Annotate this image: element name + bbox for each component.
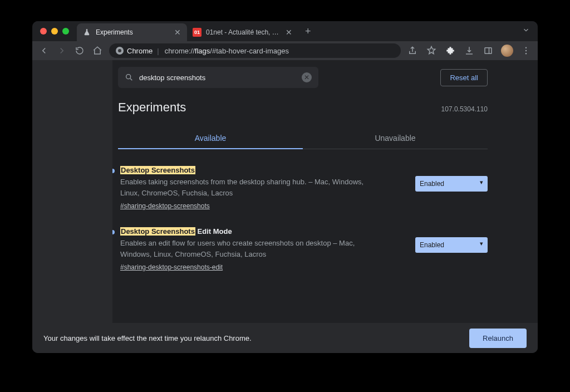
flag-description: Enables taking screenshots from the desk… [120,177,382,198]
relaunch-button[interactable]: Relaunch [469,329,527,348]
flag-description: Enables an edit flow for users who creat… [120,238,382,259]
flag-title: Desktop Screenshots [120,166,410,174]
close-window-button[interactable] [40,28,47,35]
page-content: ✕ Reset all Experiments 107.0.5304.110 A… [32,60,538,353]
favicon-01net: 01 [193,28,202,37]
relaunch-bar: Your changes will take effect the next t… [32,323,538,353]
tabstrip: Experiments ✕ 01 01net - Actualité tech,… [32,21,538,41]
svg-rect-0 [485,48,492,54]
search-icon [125,73,134,82]
downloads-icon[interactable] [463,45,475,57]
search-input[interactable] [139,74,296,82]
window-controls [32,28,77,35]
maximize-window-button[interactable] [62,28,69,35]
svg-point-1 [525,47,527,48]
chrome-icon [116,47,124,55]
tab-title: 01net - Actualité tech, tests pr [206,28,281,36]
address-bar[interactable]: Chrome | chrome://flags/#tab-hover-card-… [109,43,401,58]
url-text: chrome://flags/#tab-hover-card-images [165,47,289,55]
tab-experiments[interactable]: Experiments ✕ [77,23,187,41]
flag-tabs: Available Unavailable [118,128,488,149]
flag-hash-link[interactable]: #sharing-desktop-screenshots-edit [120,263,223,271]
window-menu-chevron[interactable] [514,26,538,36]
browser-window: Experiments ✕ 01 01net - Actualité tech,… [32,21,538,353]
flag-title: Desktop Screenshots Edit Mode [120,227,410,236]
side-panel-icon[interactable] [482,45,494,57]
flask-icon [82,28,91,37]
svg-point-2 [525,50,527,51]
chrome-chip-label: Chrome [127,47,153,55]
extensions-icon[interactable] [444,45,456,57]
svg-point-3 [525,53,527,54]
page-title: Experiments [118,100,186,115]
profile-avatar[interactable] [501,45,513,57]
tab-01net[interactable]: 01 01net - Actualité tech, tests pr ✕ [187,23,298,41]
menu-icon[interactable] [520,45,532,57]
share-icon[interactable] [406,45,419,57]
tab-unavailable[interactable]: Unavailable [303,128,488,149]
flag-hash-link[interactable]: #sharing-desktop-screenshots [120,202,210,210]
svg-point-4 [126,75,131,79]
tab-available[interactable]: Available [118,128,303,149]
minimize-window-button[interactable] [51,28,58,35]
chrome-chip: Chrome | [116,47,160,55]
close-tab-icon[interactable]: ✕ [174,28,181,37]
toolbar-right [406,45,532,57]
new-tab-button[interactable]: + [298,26,318,37]
forward-button[interactable] [56,45,68,57]
toolbar: Chrome | chrome://flags/#tab-hover-card-… [32,41,538,60]
clear-search-icon[interactable]: ✕ [302,72,312,82]
bookmark-star-icon[interactable] [425,45,438,57]
flag-state-select[interactable]: Enabled [415,176,488,192]
flag-state-select[interactable]: Enabled [415,237,488,253]
back-button[interactable] [38,45,50,57]
home-button[interactable] [91,45,104,57]
flag-item: Desktop Screenshots Enables taking scree… [110,166,488,210]
tab-title: Experiments [96,28,169,36]
flag-item: Desktop Screenshots Edit Mode Enables an… [110,227,488,272]
relaunch-note: Your changes will take effect the next t… [43,334,463,342]
reload-button[interactable] [73,45,86,57]
reset-all-button[interactable]: Reset all [440,69,488,86]
version-text: 107.0.5304.110 [441,105,488,113]
close-tab-icon[interactable]: ✕ [285,28,293,37]
flag-search[interactable]: ✕ [118,67,318,88]
